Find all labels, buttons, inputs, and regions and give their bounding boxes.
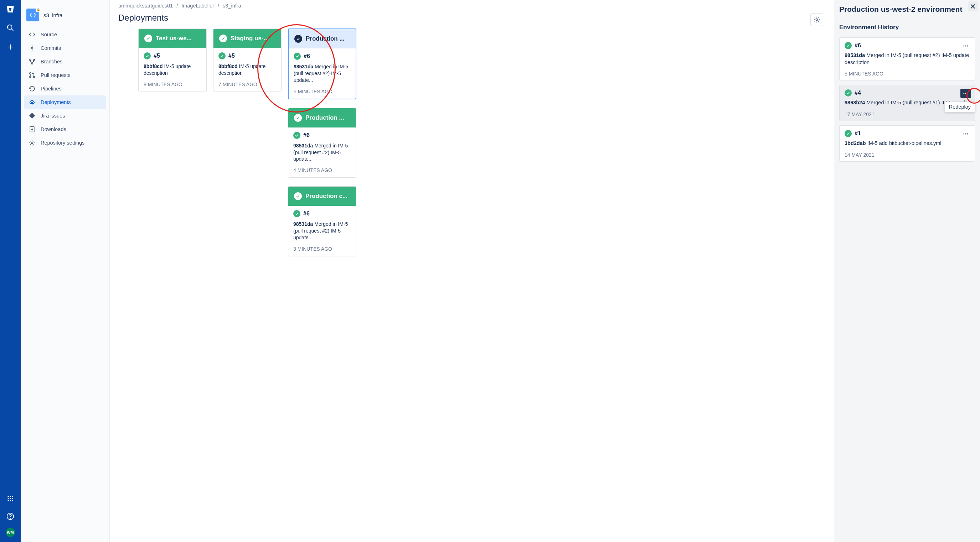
environment-card[interactable]: Production ...#698531da Merged in IM-5 (… <box>288 29 356 99</box>
deployment-number[interactable]: #6 <box>293 210 351 217</box>
svg-point-32 <box>963 46 964 47</box>
commit-hash[interactable]: 98531da <box>293 221 313 227</box>
create-icon[interactable] <box>4 41 17 54</box>
history-time: 14 MAY 2021 <box>845 152 970 158</box>
sidebar-item-label: Deployments <box>41 99 71 105</box>
svg-point-34 <box>967 46 968 47</box>
history-build-number[interactable]: #4 <box>845 89 970 97</box>
svg-point-14 <box>10 518 11 518</box>
global-rail: WM <box>0 0 21 542</box>
build-number: #6 <box>304 53 310 59</box>
commit-message: 8bbf8cd IM-5 update description <box>144 63 201 76</box>
build-number: #6 <box>303 211 310 217</box>
commit-hash[interactable]: 98531da <box>845 52 865 58</box>
commit-hash[interactable]: 8bbf8cd <box>144 63 163 69</box>
environment-header[interactable]: Production ... <box>289 29 356 48</box>
svg-point-4 <box>8 496 9 497</box>
source-icon <box>29 31 36 38</box>
deployments-settings-button[interactable] <box>810 13 823 26</box>
success-check-icon <box>219 35 227 42</box>
commits-icon <box>29 44 36 52</box>
close-panel-button[interactable] <box>968 2 978 11</box>
user-avatar[interactable]: WM <box>6 528 15 537</box>
svg-point-8 <box>10 498 11 499</box>
sidebar-item-repo-settings[interactable]: Repository settings <box>24 136 106 150</box>
commit-message: 98531da Merged in IM-5 (pull request #2)… <box>293 221 351 241</box>
sidebar-item-jira-issues[interactable]: Jira issues <box>24 109 106 122</box>
environment-header[interactable]: Test us-we... <box>138 29 206 48</box>
svg-point-18 <box>30 59 31 60</box>
environment-card[interactable]: Staging us-...#58bbf8cd IM-5 update desc… <box>213 29 282 92</box>
breadcrumb-link[interactable]: s3_infra <box>223 3 241 8</box>
sidebar-item-pipelines[interactable]: Pipelines <box>24 82 106 95</box>
environment-name: Production ... <box>306 35 345 42</box>
breadcrumb-link[interactable]: pmmquickstartguides01 <box>118 3 173 8</box>
pull-request-icon <box>29 71 36 79</box>
lock-icon: 🔒 <box>36 7 41 12</box>
redeploy-tooltip[interactable]: Redeploy <box>944 101 975 112</box>
breadcrumb-link[interactable]: ImageLabeller <box>181 3 214 8</box>
sidebar-item-branches[interactable]: Branches <box>24 55 106 68</box>
svg-point-23 <box>33 76 35 78</box>
svg-point-36 <box>966 93 966 94</box>
history-card[interactable]: #698531da Merged in IM-5 (pull request #… <box>839 37 975 81</box>
sidebar-item-downloads[interactable]: Downloads <box>24 122 106 136</box>
environment-header[interactable]: Production ... <box>288 108 356 127</box>
commit-hash[interactable]: 8bbf8cd <box>218 63 238 69</box>
environment-card[interactable]: Production c...#698531da Merged in IM-5 … <box>288 186 356 257</box>
history-card[interactable]: #4Redeploy9863b24 Merged in IM-5 (pull r… <box>839 85 975 121</box>
success-check-icon <box>293 132 301 139</box>
history-time: 17 MAY 2021 <box>845 111 970 117</box>
environment-history-panel: Production us-west-2 environment Environ… <box>834 0 980 542</box>
branches-icon <box>29 58 36 65</box>
sidebar-item-pull-requests[interactable]: Pull requests <box>24 68 106 82</box>
environment-header[interactable]: Production c... <box>288 187 356 206</box>
svg-point-7 <box>8 498 9 499</box>
history-card[interactable]: #13bd2dab IM-5 add bitbucket-pipelines.y… <box>839 125 975 162</box>
sidebar-item-label: Repository settings <box>41 140 84 146</box>
sidebar-item-label: Commits <box>41 45 61 51</box>
commit-hash[interactable]: 98531da <box>294 64 313 70</box>
success-check-icon <box>293 210 301 217</box>
commit-hash[interactable]: 3bd2dab <box>845 140 866 146</box>
more-actions-button[interactable] <box>960 41 971 51</box>
sidebar-item-label: Pull requests <box>41 72 70 78</box>
environment-name: Test us-we... <box>156 35 192 42</box>
commit-hash[interactable]: 98531da <box>293 143 313 149</box>
deployment-number[interactable]: #6 <box>294 53 351 60</box>
history-time: 5 MINUTES AGO <box>845 71 970 76</box>
history-build-number[interactable]: #6 <box>845 42 970 49</box>
sidebar-item-commits[interactable]: Commits <box>24 41 106 55</box>
history-build-number[interactable]: #1 <box>845 130 970 137</box>
environment-header[interactable]: Staging us-... <box>213 29 281 48</box>
panel-title: Production us-west-2 environment <box>839 4 975 14</box>
deployment-number[interactable]: #6 <box>293 132 351 139</box>
search-icon[interactable] <box>4 21 17 34</box>
commit-hash[interactable]: 9863b24 <box>845 100 865 105</box>
sidebar-item-deployments[interactable]: Deployments <box>24 95 106 109</box>
svg-point-28 <box>31 142 33 144</box>
svg-point-38 <box>963 133 964 134</box>
repo-sidebar: 🔒 s3_infra Source Commits Branches Pull … <box>21 0 110 542</box>
deployment-number[interactable]: #5 <box>144 52 201 59</box>
apps-switcher-icon[interactable] <box>4 492 17 505</box>
help-icon[interactable] <box>4 510 17 523</box>
environment-card[interactable]: Production ...#698531da Merged in IM-5 (… <box>288 108 356 178</box>
svg-point-37 <box>967 93 968 94</box>
sidebar-item-source[interactable]: Source <box>24 28 106 41</box>
environment-name: Staging us-... <box>231 35 269 42</box>
deployment-number[interactable]: #5 <box>218 52 276 59</box>
commit-message: 98531da Merged in IM-5 (pull request #2)… <box>293 143 351 163</box>
sidebar-item-label: Branches <box>41 59 62 65</box>
more-actions-button[interactable] <box>960 89 971 98</box>
bitbucket-logo-icon[interactable] <box>5 3 16 15</box>
repo-header[interactable]: 🔒 s3_infra <box>24 7 106 28</box>
svg-point-21 <box>30 73 31 74</box>
svg-point-40 <box>967 133 968 134</box>
history-commit-message: 98531da Merged in IM-5 (pull request #2)… <box>845 52 970 66</box>
svg-line-1 <box>11 29 14 31</box>
deployment-time: 5 MINUTES AGO <box>289 84 356 99</box>
success-check-icon <box>218 52 226 59</box>
more-actions-button[interactable] <box>960 129 971 138</box>
environment-card[interactable]: Test us-we...#58bbf8cd IM-5 update descr… <box>138 29 207 92</box>
